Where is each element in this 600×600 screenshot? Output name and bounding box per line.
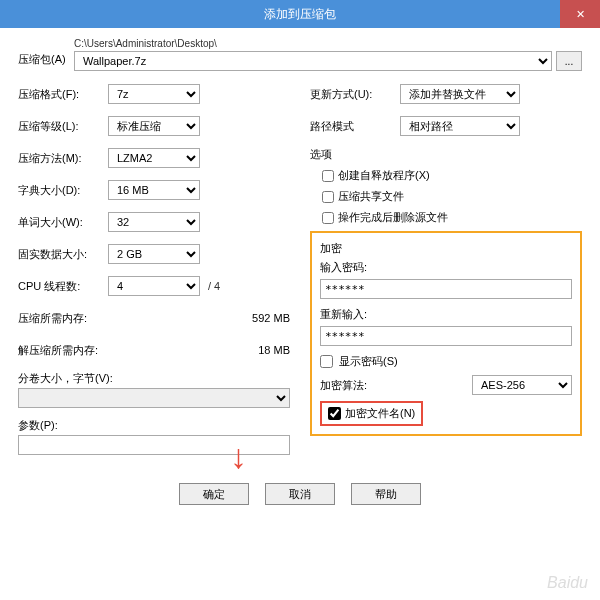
dialog-content: 压缩包(A) C:\Users\Administrator\Desktop\ W… [0, 28, 600, 515]
word-label: 单词大小(W): [18, 215, 108, 230]
sfx-checkbox[interactable] [322, 170, 334, 182]
cpu-max: / 4 [208, 280, 220, 292]
archive-path-row: 压缩包(A) C:\Users\Administrator\Desktop\ W… [18, 38, 582, 71]
cpu-label: CPU 线程数: [18, 279, 108, 294]
footer: 确定 取消 帮助 [18, 483, 582, 505]
update-label: 更新方式(U): [310, 87, 400, 102]
enc-title: 加密 [320, 241, 572, 256]
pathmode-select[interactable]: 相对路径 [400, 116, 520, 136]
enc-pwd-label: 输入密码: [320, 260, 572, 275]
left-column: 压缩格式(F):7z 压缩等级(L):标准压缩 压缩方法(M):LZMA2 字典… [18, 83, 290, 455]
titlebar: 添加到压缩包 ✕ [0, 0, 600, 28]
mem-decompress-label: 解压缩所需内存: [18, 343, 98, 358]
share-label: 压缩共享文件 [338, 189, 404, 204]
split-select[interactable] [18, 388, 290, 408]
close-button[interactable]: ✕ [560, 0, 600, 28]
format-select[interactable]: 7z [108, 84, 200, 104]
params-input[interactable] [18, 435, 290, 455]
archive-label: 压缩包(A) [18, 38, 68, 67]
pathmode-label: 路径模式 [310, 119, 400, 134]
level-label: 压缩等级(L): [18, 119, 108, 134]
options-title: 选项 [310, 147, 582, 162]
solid-select[interactable]: 2 GB [108, 244, 200, 264]
watermark: Baidu [547, 574, 588, 592]
solid-label: 固实数据大小: [18, 247, 108, 262]
ok-button[interactable]: 确定 [179, 483, 249, 505]
encrypt-names-checkbox[interactable] [328, 407, 341, 420]
delete-checkbox[interactable] [322, 212, 334, 224]
archive-dir: C:\Users\Administrator\Desktop\ [74, 38, 582, 49]
show-pwd-label: 显示密码(S) [339, 354, 398, 369]
dict-select[interactable]: 16 MB [108, 180, 200, 200]
help-button[interactable]: 帮助 [351, 483, 421, 505]
split-label: 分卷大小，字节(V): [18, 371, 290, 386]
cpu-select[interactable]: 4 [108, 276, 200, 296]
show-pwd-checkbox[interactable] [320, 355, 333, 368]
right-column: 更新方式(U):添加并替换文件 路径模式相对路径 选项 创建自释放程序(X) 压… [310, 83, 582, 455]
encrypt-names-label: 加密文件名(N) [345, 406, 415, 421]
encryption-box: 加密 输入密码: 重新输入: 显示密码(S) 加密算法:AES-256 加密文件… [310, 231, 582, 436]
cancel-button[interactable]: 取消 [265, 483, 335, 505]
format-label: 压缩格式(F): [18, 87, 108, 102]
mem-compress-value: 592 MB [252, 312, 290, 324]
sfx-label: 创建自释放程序(X) [338, 168, 430, 183]
dict-label: 字典大小(D): [18, 183, 108, 198]
encrypt-names-highlight: 加密文件名(N) [320, 401, 423, 426]
window-title: 添加到压缩包 [264, 6, 336, 23]
enc-repwd-input[interactable] [320, 326, 572, 346]
mem-decompress-value: 18 MB [258, 344, 290, 356]
update-select[interactable]: 添加并替换文件 [400, 84, 520, 104]
browse-button[interactable]: ... [556, 51, 582, 71]
mem-compress-label: 压缩所需内存: [18, 311, 87, 326]
word-select[interactable]: 32 [108, 212, 200, 232]
delete-label: 操作完成后删除源文件 [338, 210, 448, 225]
enc-algo-select[interactable]: AES-256 [472, 375, 572, 395]
enc-repwd-label: 重新输入: [320, 307, 572, 322]
level-select[interactable]: 标准压缩 [108, 116, 200, 136]
enc-algo-label: 加密算法: [320, 378, 367, 393]
method-label: 压缩方法(M): [18, 151, 108, 166]
method-select[interactable]: LZMA2 [108, 148, 200, 168]
archive-file-select[interactable]: Wallpaper.7z [74, 51, 552, 71]
close-icon: ✕ [576, 8, 585, 21]
enc-pwd-input[interactable] [320, 279, 572, 299]
params-label: 参数(P): [18, 418, 290, 433]
share-checkbox[interactable] [322, 191, 334, 203]
